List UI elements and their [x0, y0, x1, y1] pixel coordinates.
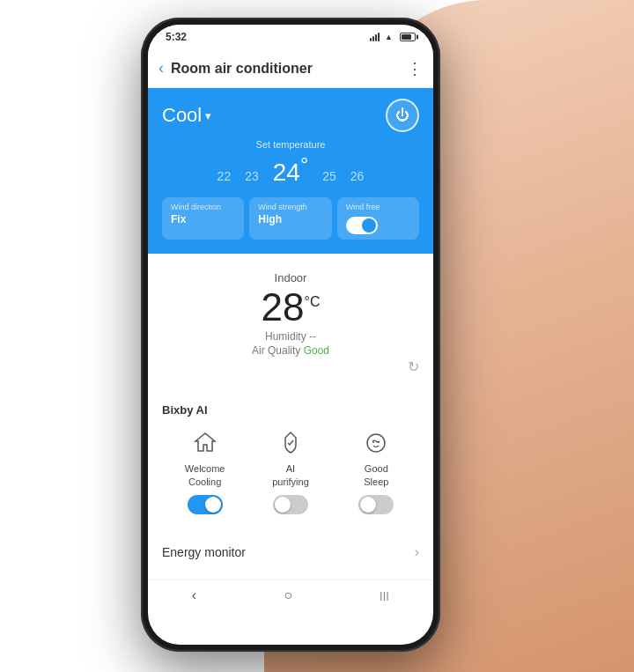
mode-dropdown-icon: ▾ — [205, 109, 211, 122]
indoor-temp-value: 28 — [262, 285, 305, 329]
more-options-button[interactable]: ⋮ — [407, 59, 423, 78]
mode-label-text: Cool — [162, 104, 202, 127]
status-icons: ▲ — [370, 33, 416, 41]
air-quality-label: Air Quality — [252, 344, 300, 357]
wind-direction-control[interactable]: Wind direction Fix — [162, 197, 244, 240]
indoor-temperature: 28°C — [162, 288, 419, 327]
bixby-feature-welcome-cooling: WelcomeCooling — [162, 427, 247, 514]
bixby-feature-good-sleep: GoodSleep — [334, 427, 419, 514]
wind-free-label: Wind free — [346, 203, 380, 211]
wind-strength-label: Wind strength — [258, 203, 322, 211]
energy-monitor-card[interactable]: Energy monitor › — [148, 532, 433, 572]
wind-strength-control[interactable]: Wind strength High — [249, 197, 331, 240]
status-bar: 5:32 ▲ — [148, 25, 433, 49]
temperature-row: 22 23 24° 25 26 — [162, 153, 419, 187]
temp-23[interactable]: 23 — [245, 169, 259, 183]
temperature-section: Set temperature 22 23 24° 25 26 — [162, 139, 419, 187]
signal-icon — [370, 33, 380, 41]
wind-free-toggle[interactable] — [346, 217, 378, 234]
app-header: ‹ Room air conditioner ⋮ — [148, 49, 433, 88]
wind-free-control[interactable]: Wind free — [337, 197, 419, 240]
battery-icon — [400, 33, 416, 41]
indoor-card: Indoor 28°C Humidity -- Air Quality Good… — [148, 261, 433, 386]
good-sleep-toggle[interactable] — [358, 495, 394, 514]
power-icon: ⏻ — [395, 107, 409, 123]
mode-selector[interactable]: Cool ▾ — [162, 104, 211, 127]
page-title: Room air conditioner — [171, 61, 407, 77]
svg-point-0 — [367, 434, 385, 452]
wifi-icon: ▲ — [385, 33, 393, 41]
svg-point-1 — [372, 441, 374, 443]
bixby-title: Bixby AI — [162, 403, 419, 417]
bixby-feature-ai-purifying: AIpurifying — [247, 427, 333, 514]
wind-controls: Wind direction Fix Wind strength High Wi… — [162, 197, 419, 240]
wind-direction-value: Fix — [171, 213, 235, 225]
indoor-temp-unit: °C — [305, 295, 321, 310]
bottom-navigation: ‹ ○ ||| — [148, 580, 433, 611]
refresh-button[interactable]: ↻ — [162, 358, 419, 375]
indoor-title: Indoor — [162, 271, 419, 284]
svg-point-2 — [378, 441, 380, 443]
power-button[interactable]: ⏻ — [386, 99, 419, 132]
bixby-card: Bixby AI WelcomeCooling — [148, 393, 433, 525]
nav-home-button[interactable]: ○ — [284, 587, 292, 603]
scene: 5:32 ▲ ‹ Room air conditi — [0, 0, 634, 672]
temp-label: Set temperature — [162, 139, 419, 150]
wind-direction-label: Wind direction — [171, 203, 235, 211]
good-sleep-label: GoodSleep — [364, 462, 388, 488]
welcome-cooling-icon — [192, 427, 218, 459]
indoor-humidity: Humidity -- — [162, 330, 419, 343]
mode-row: Cool ▾ ⏻ — [162, 99, 419, 132]
temp-26[interactable]: 26 — [350, 169, 365, 183]
control-area: Cool ▾ ⏻ Set temperature 22 23 24° 25 26 — [148, 88, 433, 254]
temp-25[interactable]: 25 — [322, 169, 336, 183]
energy-monitor-title: Energy monitor — [162, 545, 246, 559]
temp-24-active[interactable]: 24° — [273, 153, 309, 187]
nav-back-button[interactable]: ‹ — [192, 587, 196, 603]
wind-strength-value: High — [258, 213, 322, 225]
ai-purifying-label: AIpurifying — [272, 462, 309, 488]
back-button[interactable]: ‹ — [158, 59, 164, 78]
nav-recent-button[interactable]: ||| — [380, 591, 389, 601]
phone-device: 5:32 ▲ ‹ Room air conditi — [141, 18, 440, 652]
energy-monitor-arrow: › — [415, 544, 419, 560]
ai-purifying-icon — [277, 427, 304, 459]
phone-screen: 5:32 ▲ ‹ Room air conditi — [148, 25, 433, 645]
indoor-air-quality: Air Quality Good — [162, 344, 419, 357]
welcome-cooling-label: WelcomeCooling — [185, 462, 225, 488]
ai-purifying-toggle[interactable] — [273, 495, 308, 514]
welcome-cooling-toggle[interactable] — [188, 495, 223, 514]
bixby-features: WelcomeCooling AIpurifying — [162, 427, 419, 514]
status-time: 5:32 — [166, 31, 187, 43]
wind-free-row: Wind free — [346, 203, 410, 213]
good-sleep-icon — [363, 427, 389, 459]
air-quality-value: Good — [304, 344, 329, 357]
temp-22[interactable]: 22 — [217, 169, 232, 183]
